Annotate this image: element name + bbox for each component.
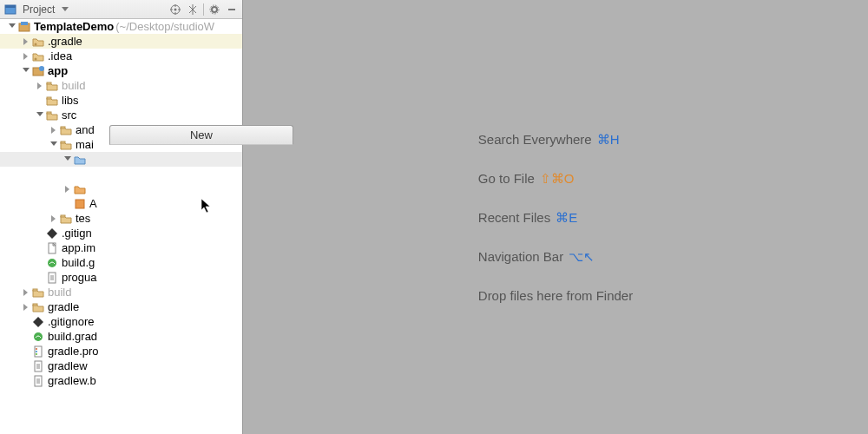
tree-row[interactable]: app [0, 63, 242, 78]
expand-arrow-icon[interactable] [21, 66, 31, 76]
tree-row[interactable]: app.im [0, 240, 242, 255]
arrow-none [35, 95, 45, 106]
arrow-none [21, 346, 31, 357]
svg-marker-30 [36, 112, 43, 116]
tree-label: app.im [62, 240, 95, 255]
shortcut: ⌘E [556, 198, 577, 237]
svg-line-12 [193, 10, 196, 13]
tree-row[interactable]: progua [0, 270, 242, 285]
folder-icon [45, 108, 59, 122]
svg-rect-29 [47, 97, 51, 99]
dropdown-icon[interactable] [58, 3, 72, 16]
tree-label: tes [76, 211, 90, 226]
tree-row[interactable]: gradle [0, 299, 242, 314]
tree-row[interactable] [0, 167, 242, 181]
tree-label: and [76, 122, 95, 137]
svg-marker-50 [23, 304, 28, 311]
svg-rect-28 [47, 82, 51, 84]
shortcut: ⌥↖ [569, 237, 595, 276]
context-menu-title: New [109, 125, 293, 145]
tree-row[interactable]: TemplateDemo(~/Desktop/studioW [0, 19, 242, 34]
svg-line-10 [193, 6, 196, 10]
expand-arrow-icon[interactable] [49, 125, 59, 135]
search-everywhere[interactable]: Search Everywhere ⌘H [478, 120, 633, 159]
svg-rect-56 [36, 351, 37, 352]
tree-label: gradlew.b [48, 373, 96, 388]
svg-rect-31 [47, 112, 51, 114]
tree-row[interactable]: gradlew [0, 358, 242, 373]
xml-icon [73, 197, 87, 211]
svg-rect-38 [76, 200, 84, 208]
folder-dot-icon [31, 35, 45, 49]
navigation-bar[interactable]: Navigation Bar ⌥↖ [478, 237, 633, 276]
tree-path: (~/Desktop/studioW [115, 19, 214, 34]
svg-marker-27 [37, 82, 42, 89]
svg-marker-32 [51, 127, 56, 134]
tree-label: build [48, 285, 71, 299]
expand-arrow-icon[interactable] [21, 51, 31, 62]
svg-point-53 [34, 332, 43, 341]
tree-row[interactable] [0, 152, 242, 167]
folder-icon [59, 212, 73, 226]
expand-arrow-icon[interactable] [35, 110, 45, 121]
svg-rect-40 [61, 215, 65, 217]
expand-arrow-icon[interactable] [21, 302, 31, 312]
tree-row[interactable]: .gitignore [0, 314, 242, 329]
project-tree[interactable]: TemplateDemo(~/Desktop/studioW.gradle.id… [0, 19, 242, 434]
tree-label: libs [62, 93, 79, 108]
tree-row[interactable]: gradle.pro [0, 344, 242, 358]
gitignore-icon [31, 315, 45, 329]
svg-point-43 [48, 259, 56, 267]
file-icon [45, 241, 59, 255]
tree-label: src [62, 108, 76, 122]
svg-point-4 [174, 8, 177, 10]
svg-line-11 [189, 10, 193, 13]
module-icon [31, 64, 45, 78]
expand-arrow-icon[interactable] [7, 22, 17, 32]
arrow-none [62, 169, 73, 180]
gradle-icon [45, 256, 59, 270]
expand-arrow-icon[interactable] [21, 287, 31, 298]
collapse-icon[interactable] [186, 3, 200, 16]
go-to-file[interactable]: Go to File ⇧⌘O [478, 159, 633, 198]
svg-marker-2 [62, 7, 69, 11]
tree-row[interactable]: .gradle [0, 34, 242, 49]
arrow-none [21, 317, 31, 327]
folder-orange-icon [73, 182, 87, 196]
svg-marker-34 [50, 141, 57, 146]
svg-rect-51 [33, 304, 37, 306]
arrow-none [21, 376, 31, 386]
props-icon [31, 345, 45, 358]
expand-arrow-icon[interactable] [21, 36, 31, 47]
tree-label: gradle.pro [48, 344, 99, 358]
tree-row[interactable]: build.grad [0, 329, 242, 344]
svg-rect-19 [21, 22, 28, 25]
expand-arrow-icon[interactable] [49, 140, 59, 150]
tree-row[interactable]: .gitign [0, 226, 242, 240]
expand-arrow-icon[interactable] [62, 184, 73, 194]
hide-icon[interactable] [225, 3, 239, 16]
tree-row[interactable]: build [0, 78, 242, 93]
tree-row[interactable]: src [0, 108, 242, 122]
project-icon [3, 3, 17, 16]
tree-row[interactable] [0, 181, 242, 196]
expand-arrow-icon[interactable] [49, 214, 59, 224]
tree-row[interactable]: build [0, 285, 242, 299]
svg-line-9 [189, 6, 193, 10]
gear-icon[interactable] [207, 3, 221, 16]
expand-arrow-icon[interactable] [35, 81, 45, 91]
tree-row[interactable]: build.g [0, 255, 242, 270]
expand-arrow-icon[interactable] [62, 155, 73, 165]
folder-dot-icon [31, 49, 45, 63]
spacer-icon [73, 168, 87, 181]
tree-row[interactable]: .idea [0, 49, 242, 63]
tree-row[interactable]: gradlew.b [0, 373, 242, 388]
recent-files[interactable]: Recent Files ⌘E [478, 198, 633, 237]
arrow-none [21, 361, 31, 372]
text-icon [31, 359, 45, 373]
arrow-none [35, 228, 45, 239]
project-title: Project [23, 3, 55, 16]
svg-rect-55 [36, 348, 37, 350]
tree-row[interactable]: libs [0, 93, 242, 108]
target-icon[interactable] [168, 3, 182, 16]
